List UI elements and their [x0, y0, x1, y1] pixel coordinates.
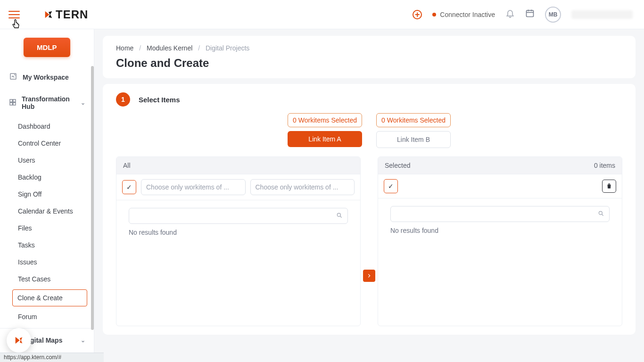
nav-label: My Workspace: [23, 74, 69, 81]
page-header-card: Home / Modules Kernel / Digital Projects…: [103, 36, 636, 78]
transfer-right-button[interactable]: [363, 270, 375, 282]
sidebar-item-tasks[interactable]: Tasks: [0, 237, 94, 254]
search-field-right[interactable]: [390, 206, 610, 222]
breadcrumb-current: Digital Projects: [206, 44, 249, 52]
search-icon: [336, 212, 343, 220]
grid-icon: [8, 98, 17, 108]
avatar-initials: MB: [549, 11, 558, 18]
connector-status-text: Connector Inactive: [440, 11, 495, 18]
chevron-down-icon: ⌄: [81, 337, 85, 344]
search-icon: [598, 210, 604, 218]
svg-rect-4: [10, 102, 12, 105]
page-title: Clone and Create: [116, 57, 622, 70]
breadcrumb: Home / Modules Kernel / Digital Projects: [116, 44, 622, 52]
sidebar-item-control-center[interactable]: Control Center: [0, 135, 94, 152]
no-results-left: No results found: [129, 229, 348, 236]
workitem-filter-1[interactable]: Choose only workitems of ...: [141, 179, 246, 195]
sidebar-item-issues[interactable]: Issues: [0, 254, 94, 271]
sidebar: MDLP My Workspace Transformation Hub ⌄ D…: [0, 29, 94, 362]
logo-text: TERN: [56, 8, 88, 21]
svg-rect-3: [13, 99, 16, 102]
logo-icon: [43, 9, 54, 20]
delete-selected-button[interactable]: [602, 180, 616, 193]
user-avatar[interactable]: MB: [545, 7, 561, 23]
workspace-icon: [8, 72, 18, 82]
breadcrumb-mid[interactable]: Modules Kernel: [147, 44, 192, 52]
sidebar-item-calendar-events[interactable]: Calendar & Events: [0, 203, 94, 220]
step-card: 1 Select Items 0 Workitems Selected Link…: [103, 84, 636, 335]
sidebar-item-clone-create[interactable]: Clone & Create: [12, 289, 87, 306]
selected-count-b: 0 Workitems Selected: [376, 113, 451, 127]
no-results-right: No results found: [390, 227, 610, 234]
all-items-panel: All ✓ Choose only workitems of ... Choos…: [116, 156, 361, 326]
topbar: TERN + Connector Inactive MB: [0, 0, 644, 29]
hub-submenu: Dashboard Control Center Users Backlog S…: [0, 117, 94, 328]
select-all-selected-checkbox[interactable]: ✓: [384, 179, 398, 193]
main-content: Home / Modules Kernel / Digital Projects…: [94, 29, 644, 362]
svg-rect-5: [13, 102, 16, 105]
user-name-redacted: [571, 10, 633, 19]
step-number-badge: 1: [116, 92, 130, 107]
connector-status[interactable]: Connector Inactive: [432, 11, 495, 18]
link-item-b-button[interactable]: Link Item B: [376, 131, 451, 148]
status-bar: https://app.ktern.com/#: [0, 353, 104, 362]
sidebar-item-dashboard[interactable]: Dashboard: [0, 118, 94, 135]
sidebar-item-backlog[interactable]: Backlog: [0, 169, 94, 186]
svg-rect-2: [10, 99, 12, 102]
selected-count-a: 0 Workitems Selected: [288, 113, 362, 127]
step-title: Select Items: [139, 96, 180, 104]
sidebar-item-forum[interactable]: Forum: [0, 308, 94, 325]
sidebar-item-files[interactable]: Files: [0, 220, 94, 237]
panel-header-left: All: [123, 162, 131, 169]
svg-point-7: [599, 211, 602, 214]
sidebar-item-users[interactable]: Users: [0, 152, 94, 169]
svg-point-6: [337, 213, 340, 216]
sidebar-scrollbar[interactable]: [91, 66, 94, 330]
status-url: https://app.ktern.com/#: [4, 354, 61, 361]
add-button[interactable]: +: [413, 10, 422, 19]
help-floating-button[interactable]: [7, 328, 31, 353]
search-input-right[interactable]: [396, 210, 598, 218]
project-button[interactable]: MDLP: [24, 38, 70, 57]
menu-toggle-button[interactable]: [8, 8, 20, 21]
status-dot-icon: [432, 13, 436, 16]
breadcrumb-home[interactable]: Home: [116, 44, 133, 52]
search-field-left[interactable]: [129, 208, 348, 224]
nav-label: Transformation Hub: [22, 95, 76, 110]
calendar-icon[interactable]: [525, 8, 535, 20]
link-item-a-button[interactable]: Link Item A: [288, 131, 362, 147]
panel-count-right: 0 items: [594, 162, 615, 169]
workitem-filter-2[interactable]: Choose only workitems of ...: [250, 179, 355, 195]
nav-transformation-hub[interactable]: Transformation Hub ⌄: [0, 89, 94, 117]
notifications-icon[interactable]: [505, 8, 515, 20]
search-input-left[interactable]: [134, 212, 336, 220]
chevron-down-icon: ⌄: [81, 99, 85, 106]
svg-rect-0: [527, 10, 534, 16]
panel-header-right: Selected: [385, 162, 410, 169]
logo-icon: [14, 335, 24, 346]
selected-items-panel: Selected 0 items ✓: [378, 156, 622, 326]
nav-my-workspace[interactable]: My Workspace: [0, 66, 94, 89]
select-all-checkbox[interactable]: ✓: [122, 180, 136, 194]
sidebar-item-test-cases[interactable]: Test Cases: [0, 271, 94, 288]
sidebar-item-sign-off[interactable]: Sign Off: [0, 186, 94, 203]
app-logo[interactable]: TERN: [43, 8, 88, 21]
